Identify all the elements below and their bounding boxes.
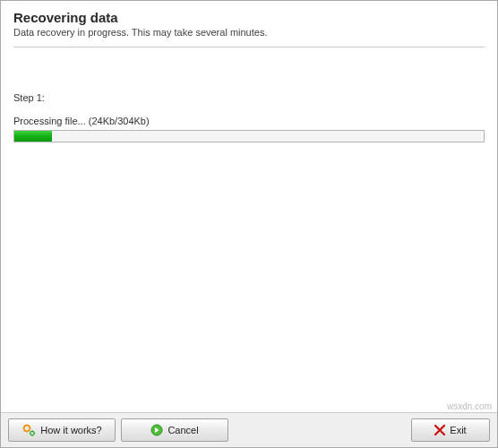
how-it-works-label: How it works? [40,425,101,435]
svg-line-8 [29,426,30,426]
progress-bar [13,130,485,142]
content-area: Recovering data Data recovery in progres… [1,1,497,412]
processing-label: Processing file... (24Kb/304Kb) [13,116,485,126]
svg-line-7 [24,430,25,431]
svg-point-9 [30,431,34,435]
footer-bar: How it works? Cancel Exit [1,412,497,447]
how-it-works-button[interactable]: How it works? [8,418,116,442]
recovery-dialog: Recovering data Data recovery in progres… [0,0,498,448]
exit-button[interactable]: Exit [411,418,490,442]
cancel-icon [150,424,163,436]
watermark: wsxdn.com [447,401,492,411]
step-label: Step 1: [13,92,485,103]
progress-fill [14,131,52,142]
exit-label: Exit [450,425,466,435]
close-icon [434,425,445,435]
svg-line-5 [24,426,25,426]
gears-icon [21,424,36,436]
divider [13,47,485,47]
dialog-title: Recovering data [13,10,485,25]
svg-line-6 [29,430,30,431]
dialog-subtitle: Data recovery in progress. This may take… [13,27,485,38]
cancel-label: Cancel [167,425,198,435]
cancel-button[interactable]: Cancel [121,418,228,442]
